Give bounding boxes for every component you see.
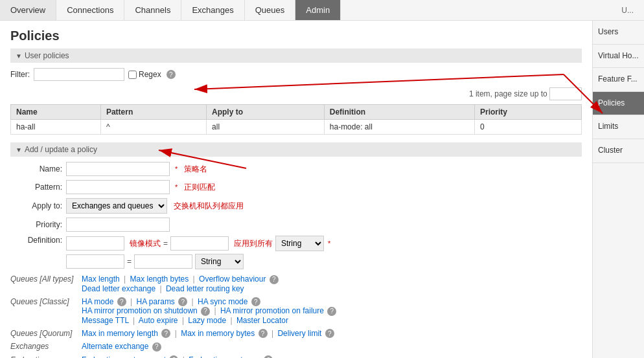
col-name: Name <box>11 105 101 120</box>
ha-mirror-failure-help[interactable]: ? <box>327 307 336 316</box>
def-type-1[interactable]: String Number Boolean List <box>275 236 324 251</box>
link-lazy-mode[interactable]: Lazy mode <box>188 316 226 325</box>
link-delivery-limit[interactable]: Delivery limit <box>277 329 321 338</box>
def-key-annotation: 镜像模式 <box>130 238 161 249</box>
sidebar-item-limits[interactable]: Limits <box>593 115 644 139</box>
col-definition: Definition <box>324 105 474 120</box>
nav-overview[interactable]: Overview <box>0 0 56 20</box>
max-mem-bytes-help[interactable]: ? <box>259 329 268 338</box>
sep: | <box>214 306 216 315</box>
link-ha-sync-mode[interactable]: HA sync mode <box>198 297 247 306</box>
definition-inputs: ha-mode 镜像模式 = all 应用到所有 String Number B… <box>66 236 330 269</box>
link-federation-upstream-set[interactable]: Federation upstream set <box>82 355 166 359</box>
link-message-ttl[interactable]: Message TTL <box>82 316 129 325</box>
sidebar-item-feature-flags[interactable]: Feature F... <box>593 68 644 92</box>
def-val-annotation: 应用到所有 <box>234 238 273 249</box>
nav-admin[interactable]: Admin <box>295 0 341 20</box>
sep: | <box>159 284 161 293</box>
delivery-limit-help[interactable]: ? <box>325 329 334 338</box>
link-ha-params[interactable]: HA params <box>137 297 175 306</box>
pattern-row: Pattern: ^ * 正则匹配 <box>10 180 582 194</box>
queues-quorum-links: Max in memory length ? | Max in memory b… <box>82 329 582 339</box>
ha-sync-help[interactable]: ? <box>251 297 260 306</box>
top-nav: Overview Connections Channels Exchanges … <box>0 0 644 21</box>
link-ha-mode[interactable]: HA mode <box>82 297 113 306</box>
link-auto-expire[interactable]: Auto expire <box>139 316 178 325</box>
link-ha-mirror-promotion-shutdown[interactable]: HA mirror promotion on shutdown <box>82 306 198 315</box>
filter-label: Filter: <box>10 70 30 79</box>
sep: | <box>183 355 185 359</box>
ha-mirror-shutdown-help[interactable]: ? <box>201 307 210 316</box>
sidebar-item-virtual-hosts[interactable]: Virtual Ho... <box>593 45 644 69</box>
cell-name: ha-all <box>11 120 101 135</box>
link-dead-letter-routing-key[interactable]: Dead letter routing key <box>166 284 244 293</box>
nav-exchanges[interactable]: Exchanges <box>181 0 244 20</box>
def-required: * <box>328 240 330 247</box>
table-row[interactable]: ha-all^allha-mode: all0 <box>11 120 582 135</box>
def-val-2[interactable] <box>134 254 192 269</box>
sep: | <box>230 316 232 325</box>
max-mem-len-help[interactable]: ? <box>161 329 170 338</box>
col-apply-to: Apply to <box>207 105 325 120</box>
regex-text: Regex <box>139 70 161 79</box>
apply-to-select[interactable]: Exchanges and queuesExchangesQueues <box>66 198 167 214</box>
nav-channels[interactable]: Channels <box>124 0 181 20</box>
apply-to-annotation: 交换机和队列都应用 <box>174 201 244 212</box>
link-max-length[interactable]: Max length <box>82 274 120 284</box>
add-section-label: Add / update a policy <box>25 145 97 154</box>
sep: | <box>271 329 273 338</box>
name-input[interactable]: xall <box>66 162 170 176</box>
link-max-length-bytes[interactable]: Max length bytes <box>130 274 189 284</box>
priority-input[interactable] <box>66 218 170 232</box>
def-type-2[interactable]: String Number Boolean List <box>195 254 244 269</box>
user-policies-header[interactable]: ▼ User policies <box>10 49 582 63</box>
federation-links: Federation upstream set ? | Federation u… <box>82 355 582 359</box>
page-size-input[interactable]: 100 <box>549 87 582 100</box>
def-eq-1: = <box>163 239 168 248</box>
name-row: Name: xall * 策略名 <box>10 162 582 176</box>
sidebar-item-cluster[interactable]: Cluster <box>593 139 644 163</box>
exchanges-links: Alternate exchange ? <box>82 342 582 352</box>
link-federation-upstream[interactable]: Federation upstream <box>189 355 260 359</box>
fed-upstream-set-help[interactable]: ? <box>169 355 178 358</box>
page-title: Policies <box>10 28 582 43</box>
add-collapse-arrow: ▼ <box>16 146 22 153</box>
link-alternate-exchange[interactable]: Alternate exchange <box>82 342 148 351</box>
fed-upstream-help[interactable]: ? <box>264 355 273 358</box>
add-policy-header[interactable]: ▼ Add / update a policy <box>10 142 582 157</box>
pattern-input[interactable]: ^ <box>66 180 170 194</box>
nav-queues[interactable]: Queues <box>245 0 296 20</box>
link-max-memory-bytes[interactable]: Max in memory bytes <box>181 329 255 338</box>
def-row-1: ha-mode 镜像模式 = all 应用到所有 String Number B… <box>66 236 330 251</box>
link-dead-letter-exchange[interactable]: Dead letter exchange <box>82 284 155 293</box>
queues-classic-label: Queues [Classic] <box>10 297 82 306</box>
sidebar-item-users[interactable]: Users <box>593 21 644 45</box>
def-val-1[interactable]: all <box>170 236 229 251</box>
regex-help-icon[interactable]: ? <box>167 70 176 79</box>
ha-params-help[interactable]: ? <box>178 297 187 306</box>
link-max-memory-length[interactable]: Max in memory length <box>82 329 158 338</box>
alt-exchange-help[interactable]: ? <box>152 342 161 352</box>
sep: | <box>182 316 184 325</box>
definition-label: Definition: <box>10 236 62 245</box>
def-key-2[interactable] <box>66 254 124 269</box>
regex-label[interactable]: Regex <box>128 70 161 79</box>
regex-checkbox[interactable] <box>128 71 137 79</box>
pattern-label: Pattern: <box>10 183 62 192</box>
nav-user: U... <box>611 0 644 20</box>
policies-table: Name Pattern Apply to Definition Priorit… <box>10 104 582 135</box>
overflow-help-icon[interactable]: ? <box>270 275 279 284</box>
sidebar-item-policies[interactable]: Policies <box>593 92 644 116</box>
link-master-locator[interactable]: Master Locator <box>236 316 288 325</box>
apply-to-row: Apply to: Exchanges and queuesExchangesQ… <box>10 198 582 214</box>
name-required: * <box>175 165 178 173</box>
filter-input[interactable] <box>34 68 124 81</box>
def-key-1[interactable]: ha-mode <box>66 236 124 251</box>
def-eq-2: = <box>127 257 132 266</box>
link-ha-mirror-promotion-failure[interactable]: HA mirror promotion on failure <box>220 306 324 315</box>
sep: | <box>133 316 135 325</box>
nav-connections[interactable]: Connections <box>56 0 124 20</box>
ha-mode-help[interactable]: ? <box>117 297 126 306</box>
federation-label: Federation <box>10 355 82 359</box>
link-overflow-behaviour[interactable]: Overflow behaviour <box>199 274 266 284</box>
